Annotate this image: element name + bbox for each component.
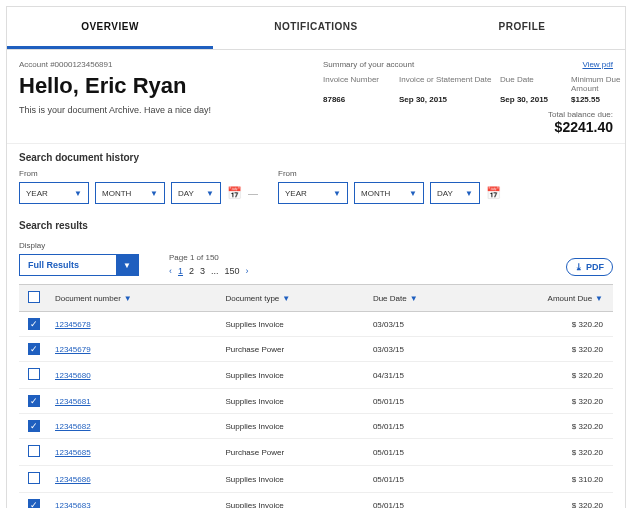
row-checkbox[interactable]: ✓: [28, 420, 40, 432]
display-select[interactable]: Full Results ▼: [19, 254, 139, 276]
summary-grid: Invoice Number Invoice or Statement Date…: [323, 75, 613, 104]
amount-due: $ 320.20: [476, 337, 613, 362]
display-label: Display: [19, 241, 139, 250]
row-checkbox[interactable]: ✓: [28, 395, 40, 407]
row-checkbox[interactable]: [28, 368, 40, 380]
col-amount-due[interactable]: Amount Due▼: [476, 285, 613, 312]
page-1[interactable]: 1: [178, 266, 183, 276]
total-balance-value: $2241.40: [323, 119, 613, 135]
document-link[interactable]: 12345680: [55, 371, 91, 380]
col-doc-number[interactable]: Document number▼: [49, 285, 219, 312]
from-start: From YEAR▼ MONTH▼ DAY▼ 📅 —: [19, 169, 258, 204]
from-label-start: From: [19, 169, 258, 178]
document-type: Supplies Invoice: [219, 362, 366, 389]
pager: Page 1 of 150 ‹ 1 2 3 ... 150 ›: [169, 253, 249, 276]
amount-due: $ 320.20: [476, 362, 613, 389]
sort-icon: ▼: [595, 294, 603, 303]
month-select-end[interactable]: MONTH▼: [354, 182, 424, 204]
page-last[interactable]: 150: [225, 266, 240, 276]
table-row: 12345686Supplies Invoice05/01/15$ 310.20: [19, 466, 613, 493]
tab-notifications[interactable]: NOTIFICATIONS: [213, 7, 419, 49]
due-date: 03/03/15: [367, 312, 476, 337]
from-label-end: From: [278, 169, 501, 178]
invoice-date-label: Invoice or Statement Date: [399, 75, 494, 93]
document-type: Supplies Invoice: [219, 389, 366, 414]
document-link[interactable]: 12345686: [55, 475, 91, 484]
amount-due: $ 320.20: [476, 439, 613, 466]
year-select-end[interactable]: YEAR▼: [278, 182, 348, 204]
sort-icon: ▼: [282, 294, 290, 303]
due-date: 05/01/15: [367, 414, 476, 439]
chevron-down-icon: ▼: [409, 189, 417, 198]
document-link[interactable]: 12345681: [55, 397, 91, 406]
summary-panel: Summary of your account View pdf Invoice…: [323, 60, 613, 135]
document-link[interactable]: 12345683: [55, 501, 91, 509]
row-checkbox[interactable]: ✓: [28, 499, 40, 508]
results-title: Search results: [19, 220, 613, 231]
year-select-start[interactable]: YEAR▼: [19, 182, 89, 204]
chevron-down-icon: ▼: [206, 189, 214, 198]
table-row: ✓12345683Supplies Invoice05/01/15$ 320.2…: [19, 493, 613, 509]
account-number: #0000123456891: [50, 60, 112, 69]
table-row: ✓12345679Purchase Power03/03/15$ 320.20: [19, 337, 613, 362]
total-balance-label: Total balance due:: [323, 110, 613, 119]
col-doc-type[interactable]: Document type▼: [219, 285, 366, 312]
page-3[interactable]: 3: [200, 266, 205, 276]
table-row: ✓12345682Supplies Invoice05/01/15$ 320.2…: [19, 414, 613, 439]
due-date-label: Due Date: [500, 75, 565, 93]
calendar-icon[interactable]: 📅: [227, 186, 242, 200]
row-checkbox[interactable]: ✓: [28, 343, 40, 355]
range-dash: —: [248, 188, 258, 199]
due-date: 05/01/15: [367, 389, 476, 414]
amount-due: $ 310.20: [476, 466, 613, 493]
page-next[interactable]: ›: [246, 266, 249, 276]
amount-due: $ 320.20: [476, 312, 613, 337]
row-checkbox[interactable]: ✓: [28, 318, 40, 330]
tab-profile[interactable]: PROFILE: [419, 7, 625, 49]
account-line: Account #0000123456891: [19, 60, 323, 69]
document-link[interactable]: 12345682: [55, 422, 91, 431]
calendar-icon[interactable]: 📅: [486, 186, 501, 200]
table-row: 12345680Supplies Invoice04/31/15$ 320.20: [19, 362, 613, 389]
document-type: Supplies Invoice: [219, 312, 366, 337]
sort-icon: ▼: [410, 294, 418, 303]
results-section: Search results: [7, 212, 625, 231]
document-link[interactable]: 12345679: [55, 345, 91, 354]
page-dots: ...: [211, 266, 219, 276]
amount-due: $ 320.20: [476, 493, 613, 509]
page-status: Page 1 of 150: [169, 253, 249, 262]
select-all-checkbox[interactable]: [28, 291, 40, 303]
chevron-down-icon: ▼: [150, 189, 158, 198]
month-select-start[interactable]: MONTH▼: [95, 182, 165, 204]
row-checkbox[interactable]: [28, 445, 40, 457]
from-end: From YEAR▼ MONTH▼ DAY▼ 📅: [278, 169, 501, 204]
chevron-down-icon: ▼: [333, 189, 341, 198]
document-link[interactable]: 12345685: [55, 448, 91, 457]
document-type: Supplies Invoice: [219, 493, 366, 509]
row-checkbox[interactable]: [28, 472, 40, 484]
export-pdf-button[interactable]: ⤓PDF: [566, 258, 613, 276]
day-select-start[interactable]: DAY▼: [171, 182, 221, 204]
download-icon: ⤓: [575, 262, 583, 272]
results-table: Document number▼ Document type▼ Due Date…: [19, 284, 613, 508]
display-value: Full Results: [20, 255, 116, 275]
header-left: Account #0000123456891 Hello, Eric Ryan …: [19, 60, 323, 135]
tab-overview[interactable]: OVERVIEW: [7, 7, 213, 49]
document-type: Supplies Invoice: [219, 466, 366, 493]
account-label: Account: [19, 60, 48, 69]
due-date: 05/01/15: [367, 493, 476, 509]
table-row: ✓12345678Supplies Invoice03/03/15$ 320.2…: [19, 312, 613, 337]
invoice-number-value: 87866: [323, 95, 393, 104]
view-pdf-link[interactable]: View pdf: [582, 60, 613, 69]
document-link[interactable]: 12345678: [55, 320, 91, 329]
search-section: Search document history From YEAR▼ MONTH…: [7, 144, 625, 212]
amount-due: $ 320.20: [476, 389, 613, 414]
tab-bar: OVERVIEW NOTIFICATIONS PROFILE: [7, 7, 625, 50]
day-select-end[interactable]: DAY▼: [430, 182, 480, 204]
chevron-down-icon: ▼: [116, 255, 138, 275]
table-row: ✓12345681Supplies Invoice05/01/15$ 320.2…: [19, 389, 613, 414]
page-prev[interactable]: ‹: [169, 266, 172, 276]
page-2[interactable]: 2: [189, 266, 194, 276]
due-date: 04/31/15: [367, 362, 476, 389]
col-due-date[interactable]: Due Date▼: [367, 285, 476, 312]
